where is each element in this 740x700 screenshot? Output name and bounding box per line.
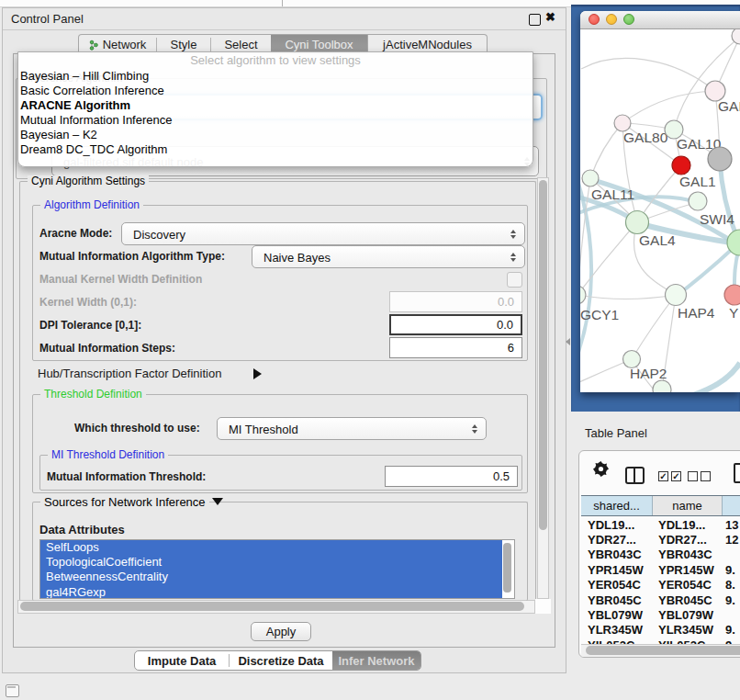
aracne-mode-label: Aracne Mode: xyxy=(39,227,112,240)
sources-collapse-icon[interactable] xyxy=(212,498,223,505)
network-window[interactable]: GALGAL80GAL10GAL1GAL11SWI4GAL4GCY1HAP4YH… xyxy=(580,11,740,392)
network-node[interactable] xyxy=(732,29,740,44)
network-node[interactable] xyxy=(580,286,586,304)
zoom-traffic-light[interactable] xyxy=(623,14,634,25)
hscrollbar-thumb[interactable] xyxy=(20,602,524,611)
network-edge[interactable] xyxy=(684,363,740,392)
aracne-mode-combo[interactable]: Discovery xyxy=(121,222,525,245)
network-canvas[interactable]: GALGAL80GAL10GAL1GAL11SWI4GAL4GCY1HAP4YH… xyxy=(580,29,740,392)
dropdown-item[interactable]: Dream8 DC_TDC Algorithm xyxy=(18,142,533,157)
tab-infer-network[interactable]: Infer Network xyxy=(332,651,420,670)
kernel-width-label: Kernel Width (0,1): xyxy=(39,296,137,309)
table-row[interactable]: YDR27...YDR27...12 xyxy=(581,532,740,547)
mi-threshold-input[interactable]: 0.5 xyxy=(385,466,518,487)
panel-collapse-icon[interactable] xyxy=(566,338,570,345)
network-node[interactable] xyxy=(708,147,732,171)
float-icon[interactable] xyxy=(529,14,541,26)
network-node[interactable] xyxy=(666,285,687,306)
close-traffic-light[interactable] xyxy=(589,14,600,25)
attribute-list-item[interactable]: TopologicalCoefficient xyxy=(40,555,503,570)
mi-type-value: Naive Bayes xyxy=(263,250,331,264)
dropdown-item[interactable]: Mutual Information Inference xyxy=(18,113,533,128)
close-icon[interactable]: ✖ xyxy=(545,10,555,24)
deselect-all-icon[interactable] xyxy=(688,471,698,481)
manual-kernel-checkbox[interactable] xyxy=(507,272,522,288)
network-edge[interactable] xyxy=(581,59,715,91)
control-panel-titlebar[interactable]: Control Panel ✖ xyxy=(3,8,566,30)
network-edge[interactable] xyxy=(632,295,676,359)
which-threshold-label: Which threshold to use: xyxy=(74,422,200,435)
hub-definition-label[interactable]: Hub/Transcription Factor Definition xyxy=(38,367,221,380)
dpi-tolerance-input[interactable]: 0.0 xyxy=(389,314,522,335)
network-node[interactable] xyxy=(672,156,690,175)
column-header-shared[interactable]: shared... xyxy=(581,496,653,515)
network-edge[interactable] xyxy=(590,123,622,178)
data-attributes-label: Data Attributes xyxy=(39,523,125,536)
table-row[interactable]: YBR043CYBR043C xyxy=(581,548,740,562)
sources-label[interactable]: Sources for Network Inference xyxy=(40,496,209,508)
tab-discretize-data[interactable]: Discretize Data xyxy=(230,651,332,670)
function-icon[interactable] xyxy=(734,463,740,483)
column-header-3[interactable] xyxy=(723,496,740,515)
mi-threshold-group-label: MI Threshold Definition xyxy=(48,449,168,461)
network-edge[interactable] xyxy=(674,37,740,130)
network-node[interactable] xyxy=(653,380,671,392)
tab-select-label: Select xyxy=(224,38,257,51)
network-node[interactable] xyxy=(626,211,649,234)
list-vscrollbar-thumb[interactable] xyxy=(503,543,511,593)
apply-button[interactable]: Apply xyxy=(251,622,311,641)
network-edge[interactable] xyxy=(580,295,676,299)
attributes-list[interactable]: SelfLoopsTopologicalCoefficientBetweenne… xyxy=(39,539,515,599)
mi-type-combo[interactable]: Naive Bayes xyxy=(252,245,525,268)
attribute-list-item[interactable]: gal4RGexp xyxy=(40,585,503,599)
dropdown-item[interactable]: Bayesian – K2 xyxy=(18,128,533,142)
vscrollbar-thumb[interactable] xyxy=(539,180,547,530)
table-row[interactable]: YIL052CYIL052C9 xyxy=(581,638,740,644)
minimize-traffic-light[interactable] xyxy=(606,14,617,25)
table-hscrollbar-thumb[interactable] xyxy=(586,646,740,655)
mi-steps-input[interactable]: 6 xyxy=(389,337,522,358)
hub-expand-icon[interactable] xyxy=(253,368,262,379)
settings-hscrollbar[interactable] xyxy=(17,600,535,614)
table-row[interactable]: YPR145WYPR145W9. xyxy=(581,562,740,577)
table-row[interactable]: YER054CYER054C8. xyxy=(581,578,740,593)
list-vscrollbar[interactable] xyxy=(502,540,513,598)
attribute-list-item[interactable]: SelfLoops xyxy=(40,540,503,555)
combo-stepper-icon xyxy=(510,253,516,262)
table-row[interactable]: YLR345WYLR345W9. xyxy=(581,623,740,638)
dropdown-item[interactable]: Bayesian – Hill Climbing xyxy=(18,69,533,84)
table-row[interactable]: YBR045CYBR045C9. xyxy=(581,593,740,607)
tab-discretize-data-label: Discretize Data xyxy=(238,654,323,668)
settings-vscrollbar[interactable] xyxy=(537,177,549,599)
dropdown-item[interactable]: ARACNE Algorithm xyxy=(18,98,533,113)
mi-type-label: Mutual Information Algorithm Type: xyxy=(39,250,225,263)
select-all-icon[interactable]: ✓ xyxy=(658,471,668,481)
tab-infer-network-label: Infer Network xyxy=(338,654,414,668)
combo-stepper-icon xyxy=(472,424,477,434)
network-node[interactable] xyxy=(582,170,599,186)
mi-steps-value: 6 xyxy=(508,341,514,355)
table-row[interactable]: YBL079WYBL079W xyxy=(581,607,740,622)
network-edge[interactable] xyxy=(622,91,715,123)
network-node[interactable] xyxy=(689,192,707,210)
tab-impute-data[interactable]: Impute Data xyxy=(135,651,229,670)
dropdown-item[interactable]: Basic Correlation Inference xyxy=(18,84,533,98)
columns-icon[interactable] xyxy=(625,467,645,484)
attribute-list-item[interactable]: BetweennessCentrality xyxy=(40,570,503,584)
gear-icon[interactable] xyxy=(593,461,609,477)
which-threshold-combo[interactable]: MI Threshold xyxy=(217,417,487,440)
table-hscrollbar[interactable] xyxy=(581,644,740,657)
network-node-label: HAP4 xyxy=(678,305,715,321)
table-row[interactable]: YDL19...YDL19...13 xyxy=(581,517,740,532)
mi-threshold-label: Mutual Information Threshold: xyxy=(47,470,206,483)
tab-cyni-toolbox-label: Cyni Toolbox xyxy=(285,38,353,51)
network-node-label: GAL1 xyxy=(679,174,716,189)
kernel-width-input[interactable]: 0.0 xyxy=(389,291,522,312)
apply-button-label: Apply xyxy=(266,625,297,638)
minimized-panel-icon[interactable] xyxy=(6,684,19,697)
column-header-name[interactable]: name xyxy=(653,496,723,515)
network-window-titlebar[interactable] xyxy=(580,11,740,29)
network-icon xyxy=(89,40,99,51)
network-node[interactable] xyxy=(724,285,740,305)
tab-network-label: Network xyxy=(103,38,147,51)
